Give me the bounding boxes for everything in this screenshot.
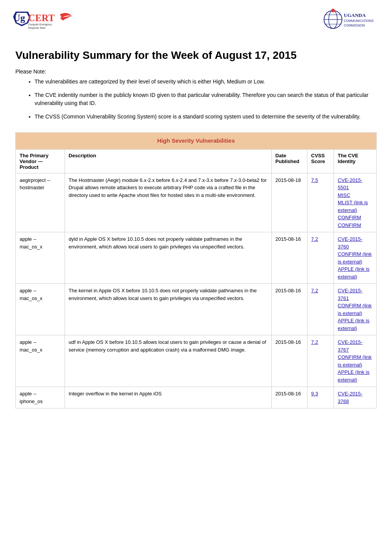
ugcert-logo-container: Ug CERT Computer Emergency Response Team <box>12 7 81 34</box>
cell-cvss: 9.3 <box>307 387 334 408</box>
cell-vendor: apple -- iphone_os <box>16 387 65 408</box>
cvss-score-link[interactable]: 7.2 <box>311 288 318 293</box>
note-item-1: The vulnerabilities are cattegorized by … <box>35 78 377 86</box>
cve-link[interactable]: CONFIRM (link is external) <box>338 302 372 317</box>
cell-cve: CVE-2015-3761CONFIRM (link is external)A… <box>334 284 376 335</box>
cell-date: 2015-08-16 <box>271 284 307 335</box>
svg-point-11 <box>331 9 335 12</box>
page-title: Vulnerability Summary for the Week of Au… <box>15 49 377 62</box>
note-item-2: The CVE indentity number is the publicly… <box>35 91 377 107</box>
cell-cve: CVE-2015-3760CONFIRM (link is external)A… <box>334 232 376 284</box>
cell-vendor: apple -- mac_os_x <box>16 284 65 335</box>
cve-link[interactable]: APPLE (link is external) <box>338 265 372 280</box>
svg-text:COMMISSION: COMMISSION <box>344 23 365 27</box>
svg-text:Response Team: Response Team <box>28 27 45 30</box>
cve-link[interactable]: MLIST (link is external) <box>338 199 372 214</box>
table-row: apple -- mac_os_xdyld in Apple OS X befo… <box>16 232 377 284</box>
cve-link[interactable]: APPLE (link is external) <box>338 317 372 332</box>
cvss-score-link[interactable]: 9.3 <box>311 391 318 397</box>
cell-cve: CVE-2015-5501MISCMLIST (link is external… <box>334 173 376 232</box>
cve-link[interactable]: MISC <box>338 192 372 199</box>
cell-cvss: 7.2 <box>307 284 334 335</box>
table-row: apple -- mac_os_xThe kernel in Apple OS … <box>16 284 377 335</box>
main-content: Vulnerability Summary for the Week of Au… <box>0 38 392 420</box>
cve-link[interactable]: CONFIRM (link is external) <box>338 353 372 368</box>
note-section: Please Note: The vulnerabilities are cat… <box>15 68 377 121</box>
svg-text:COMMUNICATIONS: COMMUNICATIONS <box>344 19 374 23</box>
cve-link[interactable]: CVE-2015-3767 <box>338 338 372 353</box>
high-severity-title: High Severity Vulnerabilities <box>16 133 377 150</box>
cvss-score-link[interactable]: 7.2 <box>311 339 318 345</box>
cell-vendor: apple -- mac_os_x <box>16 232 65 284</box>
cell-description: The kernel in Apple OS X before 10.10.5 … <box>65 284 271 335</box>
cve-link[interactable]: CONFIRM <box>338 222 372 229</box>
table-row: apple -- mac_os_xudf in Apple OS X befor… <box>16 335 377 387</box>
table-row: apple -- iphone_osInteger overflow in th… <box>16 387 377 408</box>
cve-link[interactable]: CVE-2015-3768 <box>338 390 372 405</box>
cell-description: Integer overflow in the kernel in Apple … <box>65 387 271 408</box>
cell-vendor: aegirproject -- hostmaster <box>16 173 65 232</box>
cell-cve: CVE-2015-3768 <box>334 387 376 408</box>
cve-link[interactable]: CVE-2015-3760 <box>338 235 372 250</box>
note-label: Please Note: <box>15 68 377 75</box>
cve-link[interactable]: CVE-2015-3761 <box>338 287 372 302</box>
cve-link[interactable]: APPLE (link is external) <box>338 368 372 383</box>
cell-date: 2015-08-16 <box>271 232 307 284</box>
cell-description: udf in Apple OS X before 10.10.5 allows … <box>65 335 271 387</box>
cell-description: dyld in Apple OS X before 10.10.5 does n… <box>65 232 271 284</box>
cell-cve: CVE-2015-3767CONFIRM (link is external)A… <box>334 335 376 387</box>
cell-cvss: 7.2 <box>307 335 334 387</box>
column-header-row: The Primary Vendor --- Product Descripti… <box>16 149 377 173</box>
cell-cvss: 7.2 <box>307 232 334 284</box>
cell-cvss: 7.5 <box>307 173 334 232</box>
cve-link[interactable]: CVE-2015-5501 <box>338 177 372 192</box>
cell-vendor: apple -- mac_os_x <box>16 335 65 387</box>
cvss-score-link[interactable]: 7.2 <box>311 236 318 242</box>
note-list: The vulnerabilities are cattegorized by … <box>15 78 377 121</box>
svg-text:UGANDA: UGANDA <box>344 12 366 18</box>
cell-description: The Hostmaster (Aegir) module 6.x-2.x be… <box>65 173 271 232</box>
svg-text:CERT: CERT <box>28 13 55 23</box>
cell-date: 2015-08-18 <box>271 173 307 232</box>
svg-text:Computer Emergency: Computer Emergency <box>28 23 52 26</box>
cell-date: 2015-08-16 <box>271 387 307 408</box>
col-cve: The CVE Identity <box>334 149 376 173</box>
col-cvss: CVSS Score <box>307 149 334 173</box>
svg-text:Ug: Ug <box>13 13 25 23</box>
col-date: Date Published <box>271 149 307 173</box>
col-description: Description <box>65 149 271 173</box>
table-row: aegirproject -- hostmasterThe Hostmaster… <box>16 173 377 232</box>
ugcert-logo: Ug CERT Computer Emergency Response Team <box>12 7 81 34</box>
page-header: Ug CERT Computer Emergency Response Team… <box>0 0 392 38</box>
cell-date: 2015-08-16 <box>271 335 307 387</box>
col-vendor: The Primary Vendor --- Product <box>16 149 65 173</box>
note-item-3: The CVSS (Common Vulnerability Scoring S… <box>35 113 377 121</box>
cve-link[interactable]: CONFIRM <box>338 214 372 222</box>
vulnerability-table: High Severity Vulnerabilities The Primar… <box>15 132 377 408</box>
ucc-logo: UGANDA COMMUNICATIONS COMMISSION <box>323 7 380 34</box>
ucc-logo-container: UGANDA COMMUNICATIONS COMMISSION <box>323 7 380 34</box>
high-severity-header-row: High Severity Vulnerabilities <box>16 133 377 150</box>
cve-link[interactable]: CONFIRM (link is external) <box>338 250 372 265</box>
cvss-score-link[interactable]: 7.5 <box>311 177 318 183</box>
